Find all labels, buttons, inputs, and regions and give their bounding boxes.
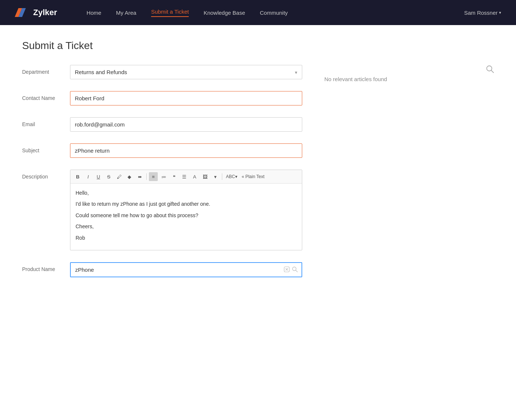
user-menu-chevron: ▾ — [499, 10, 501, 15]
nav-community[interactable]: Community — [260, 10, 288, 16]
nav-knowledge-base[interactable]: Knowledge Base — [203, 10, 245, 16]
product-input-wrapper — [70, 262, 302, 277]
email-row: Email — [22, 117, 302, 132]
subject-input[interactable] — [70, 143, 302, 158]
desc-line4: Cheers, — [76, 222, 297, 230]
description-label: Description — [22, 170, 70, 181]
department-field: Returns and Refunds General Inquiry Tech… — [70, 65, 302, 79]
contact-name-field — [70, 91, 302, 105]
form-section: Department Returns and Refunds General I… — [22, 65, 302, 289]
toolbar-font-size[interactable]: A — [190, 172, 199, 181]
desc-line1: Hello, — [76, 189, 297, 197]
department-select-wrapper[interactable]: Returns and Refunds General Inquiry Tech… — [70, 65, 302, 79]
desc-line5: Rob — [76, 234, 297, 242]
desc-line2: I'd like to return my zPhone as I just g… — [76, 200, 297, 208]
desc-line3: Could someone tell me how to go about th… — [76, 211, 297, 219]
svg-point-7 — [293, 267, 296, 271]
subject-field — [70, 143, 302, 158]
editor-body[interactable]: Hello, I'd like to return my zPhone as I… — [70, 184, 302, 250]
email-input[interactable] — [70, 117, 302, 132]
department-select[interactable]: Returns and Refunds General Inquiry Tech… — [70, 65, 302, 79]
nav-my-area[interactable]: My Area — [116, 10, 136, 16]
product-input-icons — [284, 266, 298, 273]
department-row: Department Returns and Refunds General I… — [22, 65, 302, 79]
zylker-logo — [15, 5, 29, 20]
toolbar-list[interactable]: ≔ — [159, 172, 168, 181]
product-name-label: Product Name — [22, 262, 70, 273]
subject-row: Subject — [22, 143, 302, 158]
toolbar-quote[interactable]: ❝ — [170, 172, 178, 181]
product-name-field — [70, 262, 302, 277]
sidebar-section: No relevant articles found — [324, 65, 428, 289]
toolbar-sep-1 — [146, 173, 147, 180]
toolbar-align-left[interactable]: ≡ — [149, 172, 158, 181]
toolbar-abc[interactable]: ABC▾ — [224, 173, 239, 180]
department-label: Department — [22, 65, 70, 76]
brand[interactable]: Zylker — [15, 5, 57, 20]
description-row: Description B I U S 🖊 ◆ ⬌ ≡ — [22, 170, 302, 250]
email-label: Email — [22, 117, 70, 128]
toolbar-highlight[interactable]: ◆ — [125, 172, 134, 181]
description-field: B I U S 🖊 ◆ ⬌ ≡ ≔ ❝ ☰ A — [70, 170, 302, 250]
navbar: Zylker Home My Area Submit a Ticket Know… — [0, 0, 516, 25]
svg-line-8 — [296, 270, 298, 272]
toolbar-italic[interactable]: I — [84, 172, 93, 181]
contact-name-input[interactable] — [70, 91, 302, 105]
toolbar-sep-2 — [222, 173, 222, 180]
content-area: Department Returns and Refunds General I… — [22, 65, 494, 289]
product-name-input[interactable] — [71, 263, 301, 277]
toolbar-indent[interactable]: ⬌ — [135, 172, 144, 181]
user-menu[interactable]: Sam Rossner ▾ — [464, 10, 501, 16]
toolbar-bold[interactable]: B — [73, 172, 82, 181]
product-clear-icon[interactable] — [284, 266, 290, 273]
editor-toolbar: B I U S 🖊 ◆ ⬌ ≡ ≔ ❝ ☰ A — [70, 170, 302, 184]
page-title: Submit a Ticket — [22, 40, 494, 52]
brand-name: Zylker — [33, 8, 57, 17]
toolbar-plain-text[interactable]: « Plain Text — [240, 173, 266, 180]
contact-name-row: Contact Name — [22, 91, 302, 105]
main-content: Submit a Ticket Department Returns and R… — [0, 25, 516, 420]
toolbar-align-center[interactable]: ☰ — [180, 172, 189, 181]
toolbar-strikethrough[interactable]: S — [104, 172, 113, 181]
toolbar-underline[interactable]: U — [94, 172, 103, 181]
contact-name-label: Contact Name — [22, 91, 70, 102]
product-search-icon[interactable] — [292, 266, 298, 273]
user-name: Sam Rossner — [464, 10, 498, 16]
product-name-row: Product Name — [22, 262, 302, 277]
toolbar-more[interactable]: ▾ — [211, 172, 220, 181]
toolbar-image[interactable]: 🖼 — [201, 172, 209, 181]
subject-label: Subject — [22, 143, 70, 155]
nav-links: Home My Area Submit a Ticket Knowledge B… — [87, 8, 464, 17]
nav-submit-ticket[interactable]: Submit a Ticket — [151, 8, 189, 17]
toolbar-color[interactable]: 🖊 — [115, 172, 123, 181]
email-field — [70, 117, 302, 132]
no-articles-text: No relevant articles found — [324, 76, 428, 82]
nav-home[interactable]: Home — [87, 10, 101, 16]
editor-container: B I U S 🖊 ◆ ⬌ ≡ ≔ ❝ ☰ A — [70, 170, 302, 250]
